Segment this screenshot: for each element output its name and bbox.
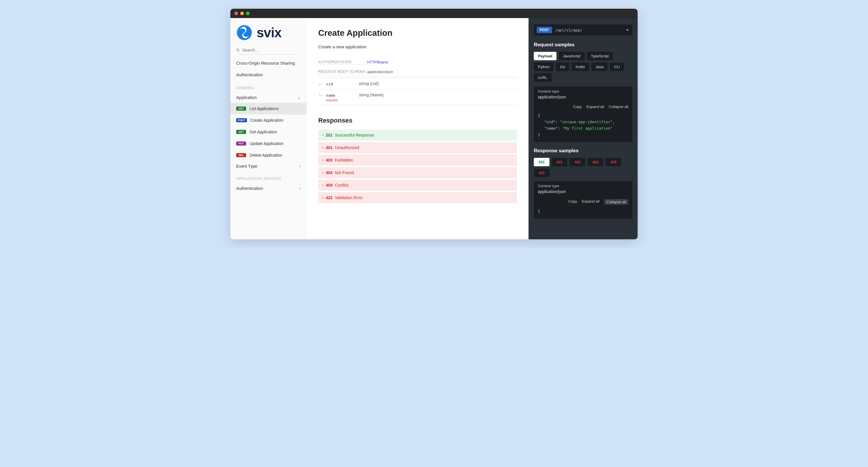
responses-heading: Responses [318, 117, 517, 124]
response-tab[interactable]: 404 [588, 158, 603, 166]
search-input[interactable] [242, 48, 301, 52]
response-row[interactable]: ›422 Validation Error [318, 192, 517, 203]
body-schema-value: application/json [367, 69, 393, 74]
response-tab[interactable]: 403 [569, 158, 585, 166]
content-type-label: Content type [538, 184, 628, 188]
chevron-right-icon: › [322, 158, 323, 162]
copy-button[interactable]: Copy [568, 199, 577, 205]
search-box[interactable] [236, 46, 301, 54]
chevron-right-icon: › [322, 183, 323, 187]
nav-item[interactable]: POSTCreate Application [230, 114, 306, 126]
main-content: Create Application Create a new applicat… [307, 18, 529, 239]
body-schema-label: REQUEST BODY SCHEMA: [318, 69, 367, 74]
response-tab[interactable]: 409 [606, 158, 621, 166]
param-row: ┌─uidstring (Uid) [318, 78, 517, 90]
response-text: Forbidden [335, 158, 353, 163]
page-description: Create a new application. [318, 44, 517, 49]
method-badge: GET [236, 130, 246, 134]
minimize-window-icon[interactable] [240, 12, 244, 15]
nav-item-label: Create Application [250, 118, 284, 123]
response-tab[interactable]: 422 [534, 169, 550, 177]
close-window-icon[interactable] [235, 12, 238, 15]
request-tab[interactable]: Go [556, 63, 569, 71]
chevron-down-icon [625, 28, 629, 32]
nav-item[interactable]: GETList Applications [230, 103, 306, 114]
nav-item-label: Get Application [250, 129, 277, 134]
request-samples-heading: Request samples [534, 42, 632, 48]
nav-item-label: Update Application [250, 141, 284, 146]
nav-item-label: List Applications [250, 106, 279, 111]
response-code: 404 [326, 170, 333, 175]
samples-panel: POST /api/v1/app/ Request samples Payloa… [529, 18, 638, 239]
response-samples-heading: Response samples [534, 148, 632, 154]
request-tab[interactable]: Payload [534, 52, 556, 60]
params-table: ┌─uidstring (Uid)└─namerequiredstring (N… [318, 78, 517, 105]
param-name: uid [326, 82, 333, 86]
tree-icon: └─ [318, 93, 323, 97]
copy-button[interactable]: Copy [573, 105, 582, 109]
response-code: 422 [326, 195, 333, 200]
response-code: 409 [326, 183, 333, 187]
nav-group[interactable]: Application⌄ [230, 92, 306, 103]
request-tab[interactable]: Java [591, 63, 608, 71]
required-label: required [326, 98, 338, 102]
expand-all-button[interactable]: Expand all [582, 199, 599, 205]
collapse-all-button[interactable]: Collapse all [609, 105, 628, 109]
request-tab[interactable]: TypeScript [587, 52, 613, 60]
nav-group[interactable]: Authentication› [230, 183, 306, 194]
endpoint-method-badge: POST [537, 27, 552, 33]
response-row[interactable]: ›201 Successful Response [318, 129, 517, 141]
brand-logo-icon [236, 25, 252, 41]
nav-group[interactable]: Event Type› [230, 161, 306, 172]
tree-icon: ┌─ [318, 82, 323, 86]
response-row[interactable]: ›409 Conflict [318, 180, 517, 191]
titlebar [230, 9, 638, 18]
authorizations-value[interactable]: HTTPBearer [367, 60, 388, 64]
response-row[interactable]: ›403 Forbidden [318, 155, 517, 166]
chevron-right-icon: › [322, 171, 323, 175]
response-code-panel: Content type application/json Copy Expan… [534, 181, 632, 218]
nav-item[interactable]: DELDelete Application [230, 149, 306, 161]
maximize-window-icon[interactable] [246, 12, 250, 15]
chevron-right-icon: › [322, 146, 323, 150]
nav-item-label: Delete Application [250, 153, 282, 157]
param-name: name [326, 93, 335, 97]
request-tab[interactable]: Kotlin [571, 63, 589, 71]
chevron-right-icon: › [322, 196, 323, 200]
authorizations-label: AUTHORIZATIONS: [318, 60, 367, 65]
expand-all-button[interactable]: Expand all [586, 105, 604, 109]
response-payload-code: { [534, 207, 632, 218]
request-tab[interactable]: CLI [610, 63, 624, 71]
nav-link[interactable]: Cross-Origin Resource Sharing [230, 57, 306, 69]
method-badge: DEL [236, 153, 246, 157]
nav-section-title: GENERAL [230, 81, 306, 92]
chevron-right-icon: › [299, 186, 301, 191]
app-window: svix Cross-Origin Resource SharingAuthen… [230, 9, 638, 239]
response-tab[interactable]: 401 [552, 158, 567, 166]
request-tab[interactable]: cURL [534, 74, 552, 82]
nav-section-title: APPLICATION SPECIFIC [230, 172, 306, 183]
request-tab[interactable]: Python [534, 63, 554, 71]
method-badge: GET [236, 107, 246, 111]
content-type-value: application/json [538, 188, 628, 197]
page-title: Create Application [318, 28, 517, 38]
response-tabs: 201401403404409422 [534, 158, 632, 177]
nav-link[interactable]: Authentication [230, 69, 306, 81]
svg-point-1 [237, 49, 239, 51]
endpoint-path: /api/v1/app/ [555, 28, 622, 32]
response-tab[interactable]: 201 [534, 158, 550, 166]
content-type-label: Content type [538, 89, 628, 93]
response-code: 403 [326, 158, 333, 163]
response-row[interactable]: ›401 Unauthorized [318, 142, 517, 153]
search-icon [236, 48, 240, 52]
content-type-value: application/json [538, 93, 628, 102]
response-row[interactable]: ›404 Not Found [318, 167, 517, 178]
request-tab[interactable]: JavaScript [559, 52, 585, 60]
collapse-all-button[interactable]: Collapse all [604, 199, 628, 205]
chevron-right-icon: › [299, 164, 301, 168]
param-row: └─namerequiredstring (Name) [318, 90, 517, 105]
endpoint-selector[interactable]: POST /api/v1/app/ [534, 25, 632, 35]
nav-item[interactable]: GETGet Application [230, 126, 306, 138]
nav-item[interactable]: PUTUpdate Application [230, 138, 306, 149]
chevron-right-icon: › [322, 133, 323, 137]
